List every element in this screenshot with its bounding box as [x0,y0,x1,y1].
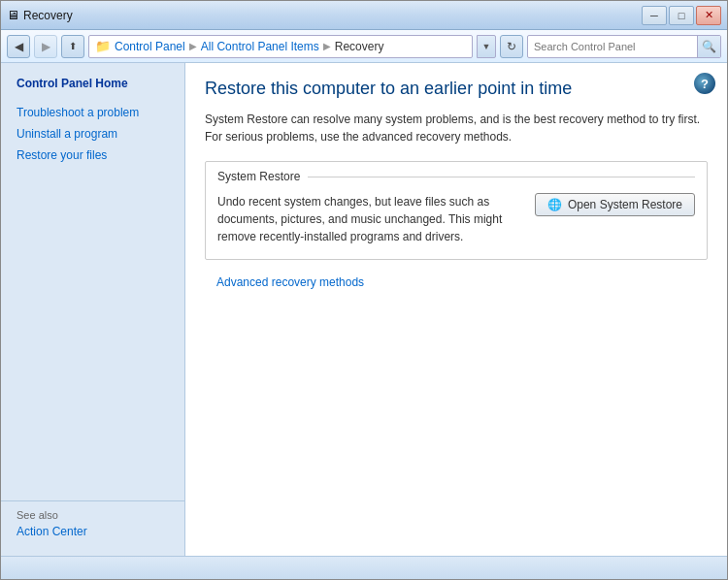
restore-button-label: Open System Restore [568,198,682,211]
sidebar: Control Panel Home Troubleshoot a proble… [1,63,185,556]
advanced-recovery-link[interactable]: Advanced recovery methods [205,274,376,291]
title-bar-left: 🖥 Recovery [7,8,73,22]
section-content: Undo recent system changes, but leave fi… [206,183,707,259]
see-also-title: See also [17,509,169,521]
page-description: System Restore can resolve many system p… [205,111,708,145]
status-bar [1,556,727,579]
sidebar-item-troubleshoot[interactable]: Troubleshoot a problem [1,102,184,123]
address-bar: ◀ ▶ ⬆ 📁 Control Panel ▶ All Control Pane… [1,30,727,63]
window-icon: 🖥 [7,8,19,22]
restore-button-icon: 🌐 [547,198,562,211]
up-button[interactable]: ⬆ [61,35,84,58]
section-title: System Restore [217,170,300,183]
title-bar: 🖥 Recovery ─ □ ✕ [1,1,727,30]
breadcrumb-sep-2: ▶ [323,41,331,51]
system-restore-section: System Restore Undo recent system change… [205,161,708,260]
refresh-button[interactable]: ↻ [500,35,523,58]
see-also-action-center[interactable]: Action Center [17,525,169,538]
main-area: Control Panel Home Troubleshoot a proble… [1,63,727,556]
window-title: Recovery [23,9,73,22]
breadcrumb-recovery: Recovery [335,40,384,53]
title-controls: ─ □ ✕ [642,6,721,25]
help-button[interactable]: ? [694,73,715,94]
close-button[interactable]: ✕ [696,6,721,25]
see-also: See also Action Center [1,500,184,546]
content-area: ? Restore this computer to an earlier po… [185,63,727,556]
search-input[interactable] [528,41,697,52]
breadcrumb-controlpanel[interactable]: Control Panel [115,40,185,53]
back-button[interactable]: ◀ [7,35,30,58]
folder-icon: 📁 [95,39,111,53]
window: 🖥 Recovery ─ □ ✕ ◀ ▶ ⬆ 📁 Control Panel ▶… [0,0,728,580]
sidebar-spacer [1,166,184,500]
page-title: Restore this computer to an earlier poin… [205,79,708,99]
breadcrumb-allitems[interactable]: All Control Panel Items [201,40,319,53]
breadcrumb-sep-1: ▶ [189,41,197,51]
breadcrumb: 📁 Control Panel ▶ All Control Panel Item… [88,35,473,58]
maximize-button[interactable]: □ [669,6,694,25]
breadcrumb-dropdown[interactable]: ▼ [477,35,496,58]
sidebar-item-restore-files[interactable]: Restore your files [1,145,184,166]
search-box: 🔍 [527,35,721,58]
search-button[interactable]: 🔍 [697,35,720,58]
sidebar-home[interactable]: Control Panel Home [1,73,184,102]
section-body-text: Undo recent system changes, but leave fi… [217,193,519,245]
minimize-button[interactable]: ─ [642,6,667,25]
forward-button[interactable]: ▶ [34,35,57,58]
section-divider [308,177,695,177]
open-system-restore-button[interactable]: 🌐 Open System Restore [535,193,695,216]
section-legend: System Restore [206,162,707,183]
sidebar-item-uninstall[interactable]: Uninstall a program [1,123,184,145]
